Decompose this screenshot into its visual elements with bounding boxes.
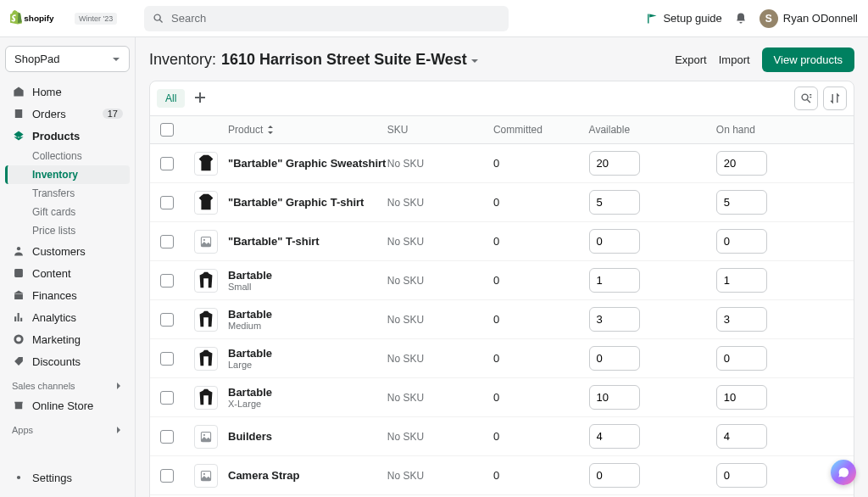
marketing-icon [12,332,25,346]
view-products-button[interactable]: View products [762,47,854,72]
nav-settings[interactable]: Settings [5,466,130,489]
row-checkbox[interactable] [160,274,174,288]
nav-online-store[interactable]: Online Store [5,394,130,416]
available-input[interactable] [589,268,640,293]
nav-orders[interactable]: Orders17 [5,103,130,125]
column-sku[interactable]: SKU [387,124,493,136]
product-variant: Small [228,282,387,292]
store-selector[interactable]: ShopPad [5,46,130,72]
sort-button[interactable] [823,87,847,110]
product-cell[interactable]: Camera Strap [228,469,387,482]
product-cell[interactable]: Bartable Small [228,269,387,292]
row-checkbox[interactable] [160,469,174,483]
onhand-input[interactable] [716,229,767,254]
onhand-input[interactable] [716,307,767,332]
product-thumbnail [194,308,218,332]
select-all-checkbox[interactable] [160,123,174,137]
main-content: Inventory: 1610 Harrison Street Suite E-… [136,37,868,497]
available-input[interactable] [589,190,640,215]
product-name: "Bartable" Graphic Sweatshirt [228,157,387,170]
setup-guide-link[interactable]: Setup guide [646,12,721,25]
nav-collections[interactable]: Collections [5,147,130,165]
column-committed[interactable]: Committed [493,124,589,136]
apps-header[interactable]: Apps [5,416,130,438]
available-input[interactable] [589,424,640,449]
location-selector[interactable]: 1610 Harrison Street Suite E-West [221,51,479,69]
svg-point-4 [16,337,21,342]
search-filter-button[interactable] [794,87,818,110]
onhand-input[interactable] [716,151,767,176]
table-row: Camera Strap No SKU 0 [150,456,854,495]
topbar: shopify Winter '23 Search Setup guide S … [0,0,868,37]
sales-channels-header[interactable]: Sales channels [5,372,130,394]
tab-all[interactable]: All [157,89,185,108]
product-thumbnail [194,269,218,293]
available-input[interactable] [589,463,640,488]
product-cell[interactable]: "Bartable" Graphic Sweatshirt [228,157,387,170]
nav-products[interactable]: Products [5,125,130,147]
column-product[interactable]: Product [228,124,387,136]
nav-home[interactable]: Home [5,81,130,103]
svg-text:shopify: shopify [24,14,54,23]
onhand-input[interactable] [716,268,767,293]
nav-marketing[interactable]: Marketing [5,328,130,350]
available-input[interactable] [589,346,640,371]
nav-price-lists[interactable]: Price lists [5,221,130,240]
sku-text: No SKU [387,314,424,326]
export-button[interactable]: Export [675,53,707,66]
table-row: "Bartable" T-shirt No SKU 0 [150,222,854,261]
onhand-input[interactable] [716,463,767,488]
column-available[interactable]: Available [589,124,716,136]
product-thumbnail [194,230,218,254]
onhand-input[interactable] [716,346,767,371]
add-view-button[interactable] [190,89,210,109]
row-checkbox[interactable] [160,196,174,209]
row-checkbox[interactable] [160,391,174,405]
product-cell[interactable]: Bartable Large [228,347,387,370]
nav-gift-cards[interactable]: Gift cards [5,203,130,221]
column-onhand[interactable]: On hand [716,124,843,136]
nav-inventory[interactable]: Inventory [5,165,130,184]
available-input[interactable] [589,307,640,332]
product-thumbnail [194,152,218,176]
product-cell[interactable]: "Bartable" T-shirt [228,235,387,248]
product-name: Bartable [228,269,387,282]
sku-text: No SKU [387,158,424,170]
committed-value: 0 [493,469,499,482]
row-checkbox[interactable] [160,313,174,327]
search-input[interactable]: Search [144,6,509,31]
nav-transfers[interactable]: Transfers [5,184,130,203]
available-input[interactable] [589,151,640,176]
content-icon [12,266,25,280]
onhand-input[interactable] [716,190,767,215]
svg-point-10 [203,433,205,435]
row-checkbox[interactable] [160,352,174,366]
nav-discounts[interactable]: Discounts [5,350,130,372]
chevron-right-icon [114,382,123,390]
nav-customers[interactable]: Customers [5,240,130,262]
nav-analytics[interactable]: Analytics [5,306,130,328]
notifications-button[interactable] [734,12,748,25]
help-chat-button[interactable] [831,460,856,485]
product-cell[interactable]: Bartable Medium [228,308,387,331]
product-cell[interactable]: Bartable X-Large [228,386,387,409]
onhand-input[interactable] [716,424,767,449]
nav-content[interactable]: Content [5,262,130,284]
committed-value: 0 [493,196,499,209]
user-menu[interactable]: S Ryan ODonnell [760,9,858,28]
product-cell[interactable]: Builders [228,430,387,443]
row-checkbox[interactable] [160,235,174,248]
product-thumbnail [194,425,218,449]
row-checkbox[interactable] [160,157,174,170]
import-button[interactable]: Import [719,53,750,66]
nav-finances[interactable]: Finances [5,284,130,306]
available-input[interactable] [589,385,640,410]
available-input[interactable] [589,229,640,254]
product-cell[interactable]: "Bartable" Graphic T-shirt [228,196,387,209]
product-name: "Bartable" Graphic T-shirt [228,196,387,209]
svg-point-6 [802,94,808,100]
shopify-logo-icon: shopify [10,10,70,26]
sort-indicator-icon [266,126,275,134]
row-checkbox[interactable] [160,430,174,444]
onhand-input[interactable] [716,385,767,410]
